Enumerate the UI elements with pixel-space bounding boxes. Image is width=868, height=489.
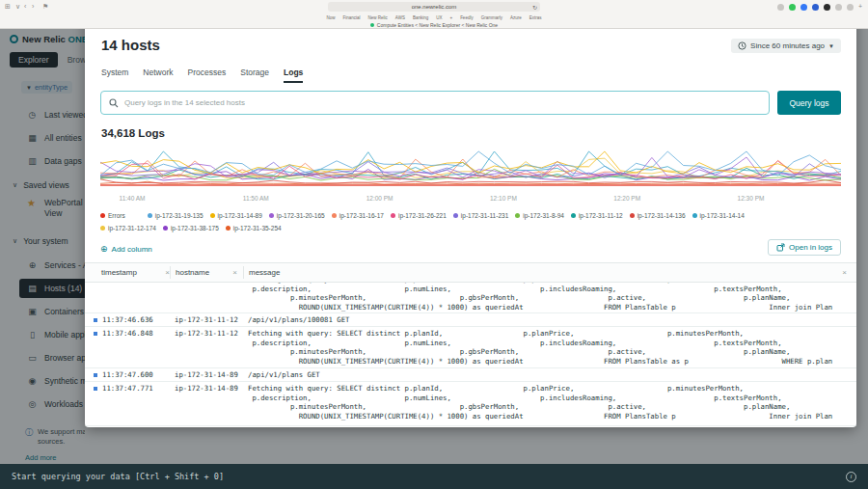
browser-extension-icon[interactable] (777, 4, 784, 11)
legend-item-ip-172-31-38-175[interactable]: ip-172-31-38-175 (163, 225, 219, 231)
column-divider (170, 266, 171, 279)
bookmark-item[interactable]: Feedly (460, 15, 474, 20)
bookmark-item[interactable]: Banking (413, 15, 428, 20)
modal-tabs: SystemNetworkProcessesStorageLogs (101, 68, 303, 83)
remove-column-icon[interactable]: × (232, 268, 237, 277)
page-title: 14 hosts (101, 37, 160, 53)
legend-item-ip-172-31-11-231[interactable]: ip-172-31-11-231 (453, 212, 508, 219)
cell-message: /api/v1/plans/100081 GET (248, 315, 854, 325)
legend-item-ip-172-31-26-221[interactable]: ip-172-31-26-221 (391, 212, 447, 219)
back-icon[interactable]: ‹ (24, 3, 26, 11)
new-tab-icon[interactable]: + (858, 3, 862, 11)
browser-extension-icon[interactable] (847, 4, 854, 11)
cell-hostname: ip-172-31-14-89 (175, 384, 244, 393)
open-in-logs-button[interactable]: Open in logs (768, 239, 841, 256)
table-row[interactable]: 11:37:47.771ip-172-31-14-89Fetching with… (85, 382, 856, 426)
legend-label: ip-172-31-14-136 (637, 212, 686, 219)
legend-dot (269, 213, 274, 218)
bookmark-item[interactable]: Now (327, 15, 336, 20)
bookmark-item[interactable]: Azure (510, 15, 522, 20)
external-link-icon (776, 243, 785, 252)
sidebar-toggle-icon[interactable]: ⊞ (5, 3, 11, 11)
legend-item-ip-172-31-20-165[interactable]: ip-172-31-20-165 (269, 212, 325, 219)
legend-item-ip-172-31-12-174[interactable]: ip-172-31-12-174 (100, 225, 156, 231)
log-level-indicator (94, 387, 97, 391)
tab-network[interactable]: Network (143, 68, 173, 83)
x-axis-label: 12:30 PM (738, 195, 765, 202)
legend-item-ip-172-31-14-89[interactable]: ip-172-31-14-89 (210, 212, 262, 219)
legend-dot (100, 213, 105, 218)
bookmark-item[interactable]: Financial (343, 15, 361, 20)
log-level-indicator (94, 332, 97, 336)
tab-storage[interactable]: Storage (240, 68, 269, 83)
legend-dot (100, 226, 105, 231)
remove-column-icon[interactable]: × (842, 268, 847, 277)
tab-processes[interactable]: Processes (188, 68, 227, 83)
legend-label: ip-172-31-14-14 (700, 212, 745, 219)
add-column-button[interactable]: ⊕ Add column (100, 244, 152, 254)
table-header: timestamp× hostname× message× (85, 262, 856, 283)
legend-label: ip-172-31-38-175 (171, 225, 219, 231)
query-logs-button[interactable]: Query logs (777, 91, 841, 115)
url-text: one.newrelic.com (412, 4, 457, 10)
reload-icon[interactable]: ↻ (532, 4, 537, 11)
bookmark-item[interactable]: Grammarly (481, 15, 502, 20)
log-level-indicator (94, 373, 97, 377)
time-picker-button[interactable]: Since 60 minutes ago ▼ (731, 39, 841, 53)
legend-item-ip-172-31-14-136[interactable]: ip-172-31-14-136 (630, 212, 686, 219)
tab-system[interactable]: System (101, 68, 128, 83)
bookmark-item[interactable]: Extras (529, 15, 542, 20)
legend-row: ip-172-31-12-174ip-172-31-38-175ip-172-3… (100, 222, 841, 234)
column-hostname[interactable]: hostname× (176, 263, 237, 282)
x-axis-label: 12:10 PM (490, 195, 517, 202)
cell-hostname: ip-172-31-11-12 (175, 329, 244, 338)
browser-extension-icon[interactable] (800, 4, 807, 11)
table-row[interactable]: 11:37:47.600ip-172-31-14-89/api/v1/plans… (85, 368, 856, 382)
caret-down-icon[interactable]: ∨ (15, 3, 20, 11)
table-row[interactable]: 11:37:46.848ip-172-31-11-12Fetching with… (85, 327, 856, 368)
bookmark-item[interactable]: UX (436, 15, 442, 20)
legend-label: ip-172-31-11-12 (579, 212, 623, 219)
cell-message: /api/v1/plans GET (248, 370, 854, 380)
log-search-input[interactable]: Query logs in the 14 selected hosts (100, 91, 770, 115)
table-row[interactable]: 11:37:46.636ip-172-31-11-12/api/v1/plans… (85, 313, 856, 327)
legend-label: ip-172-31-12-174 (108, 225, 156, 231)
column-message[interactable]: message× (249, 263, 847, 282)
legend-item-errors[interactable]: Errors (100, 212, 125, 219)
cell-hostname: ip-172-31-11-12 (175, 315, 244, 324)
query-bottom-bar[interactable]: Start querying your data [Ctrl + Shift +… (0, 464, 868, 489)
cell-message: Fetching with query: SELECT distinct p.p… (248, 283, 854, 312)
legend-item-ip-172-31-14-14[interactable]: ip-172-31-14-14 (692, 212, 745, 219)
legend-item-ip-172-31-8-94[interactable]: ip-172-31-8-94 (515, 212, 564, 219)
column-timestamp[interactable]: timestamp× (101, 263, 170, 282)
search-icon (109, 98, 119, 108)
cell-timestamp: 11:37:46.848 (102, 329, 170, 338)
logs-timeseries-chart[interactable]: 11:40 AM11:50 AM12:00 PM12:10 PM12:20 PM… (100, 147, 841, 204)
bookmark-item[interactable]: AWS (395, 15, 405, 20)
legend-item-ip-172-31-35-254[interactable]: ip-172-31-35-254 (226, 225, 282, 231)
table-row[interactable]: Fetching with query: SELECT distinct p.p… (85, 283, 856, 313)
legend-dot (515, 213, 520, 218)
browser-extension-icon[interactable] (835, 4, 842, 11)
bookmark-item[interactable]: New Relic (368, 15, 388, 20)
legend-dot (453, 213, 458, 218)
cell-timestamp: 11:37:46.636 (102, 315, 170, 324)
legend-item-ip-172-31-16-17[interactable]: ip-172-31-16-17 (332, 212, 384, 219)
tab-strip[interactable]: Compute Entities < New Relic Explorer < … (0, 21, 868, 29)
bookmark-item[interactable]: + (449, 15, 452, 20)
browser-extension-icon[interactable] (824, 4, 830, 11)
browser-extension-icon[interactable] (789, 4, 796, 11)
legend-item-ip-172-31-19-135[interactable]: ip-172-31-19-135 (148, 212, 203, 219)
plus-circle-icon: ⊕ (100, 244, 108, 254)
forward-icon[interactable]: › (32, 3, 34, 11)
info-icon[interactable]: i (846, 472, 856, 482)
legend-item-ip-172-31-11-12[interactable]: ip-172-31-11-12 (571, 212, 623, 219)
legend-label: ip-172-31-26-221 (398, 212, 447, 219)
legend-label: ip-172-31-8-94 (523, 212, 564, 219)
log-level-indicator (94, 318, 97, 322)
address-bar[interactable]: one.newrelic.com ↻ (328, 2, 540, 12)
cell-timestamp: 11:37:47.600 (102, 370, 170, 379)
column-divider (243, 266, 244, 279)
browser-extension-icon[interactable] (812, 4, 819, 11)
tab-logs[interactable]: Logs (284, 68, 303, 83)
